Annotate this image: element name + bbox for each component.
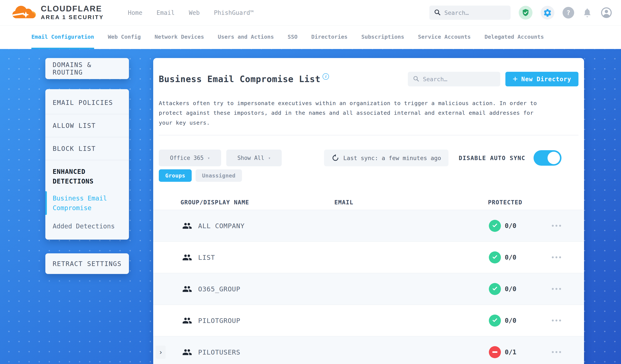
group-icon (182, 252, 192, 262)
sidebar-item-label: Added Detections (53, 222, 115, 230)
view-tabs: Groups Unassigned (153, 169, 584, 182)
column-group-display-name: GROUP/DISPLAY NAME (180, 199, 334, 206)
sidebar-item-enhanced-detections[interactable]: ENHANCED DETECTIONS (45, 160, 129, 187)
group-icon (182, 284, 192, 294)
config-tab-delegated-accounts[interactable]: Delegated Accounts (484, 26, 544, 49)
settings-gear-icon[interactable] (541, 6, 554, 19)
table-row: › PILOTUSERS 0/1 (153, 336, 584, 364)
row-actions-button[interactable] (551, 223, 562, 229)
protected-status-icon (489, 314, 501, 327)
config-nav: Email Configuration Web Config Network D… (0, 25, 621, 49)
table-row: › ALL COMPANY 0/0 (153, 210, 584, 241)
notifications-bell-icon[interactable] (582, 8, 592, 17)
config-tab-service-accounts[interactable]: Service Accounts (418, 26, 471, 49)
config-tab-subscriptions[interactable]: Subscriptions (361, 26, 404, 49)
cloudflare-logo[interactable]: CLOUDFLARE AREA 1 SECURITY (12, 4, 104, 21)
expand-row-button[interactable]: › (156, 346, 166, 359)
sidebar-item-email-policies[interactable]: EMAIL POLICIES (45, 91, 129, 114)
sidebar-item-block-list[interactable]: BLOCK LIST (45, 137, 129, 160)
show-filter-select[interactable]: Show All ▾ (226, 150, 282, 166)
nav-item-phishguard[interactable]: PhishGuard™ (214, 9, 254, 16)
protected-count: 0/0 (505, 254, 516, 261)
logo-subtitle: AREA 1 SECURITY (41, 14, 104, 21)
config-tab-directories[interactable]: Directories (311, 26, 348, 49)
config-tab-network-devices[interactable]: Network Devices (155, 26, 204, 49)
check-icon (492, 285, 498, 293)
cloudflare-cloud-icon (12, 4, 37, 21)
table-body: › ALL COMPANY 0/0 › LIS (153, 210, 584, 364)
nav-item-web[interactable]: Web (189, 9, 200, 16)
row-actions-button[interactable] (551, 317, 562, 324)
table-row: › O365_GROUP 0/0 (153, 273, 584, 304)
toggle-knob (548, 152, 560, 164)
auto-sync-label: DISABLE AUTO SYNC (459, 155, 525, 161)
check-icon (492, 317, 498, 324)
protected-status-icon (489, 283, 501, 295)
sidebar-item-label: Business Email Compromise (53, 194, 107, 212)
table-header: GROUP/DISPLAY NAME EMAIL PROTECTED (153, 195, 584, 210)
tab-unassigned[interactable]: Unassigned (195, 169, 242, 182)
global-search-input[interactable] (444, 9, 506, 16)
auto-sync-toggle[interactable] (534, 150, 561, 166)
last-sync-status[interactable]: Last sync: a few minutes ago (324, 150, 448, 166)
group-name: PILOTUSERS (198, 348, 241, 356)
directory-select[interactable]: Office 365 ▾ (159, 150, 221, 166)
check-icon (492, 222, 498, 229)
new-directory-label: New Directory (521, 76, 571, 83)
protected-count: 0/1 (505, 348, 516, 356)
protected-status-icon (489, 346, 501, 358)
sidebar: DOMAINS & ROUTING EMAIL POLICIES ALLOW L… (45, 58, 129, 274)
top-header: CLOUDFLARE AREA 1 SECURITY Home Email We… (0, 0, 621, 25)
sidebar-item-retract-settings[interactable]: RETRACT SETTINGS (45, 253, 129, 274)
group-icon (182, 316, 192, 326)
help-icon[interactable]: ? (563, 7, 574, 18)
logo-brand: CLOUDFLARE (41, 5, 104, 13)
list-search-input[interactable] (423, 76, 496, 83)
row-actions-button[interactable] (551, 349, 562, 355)
nav-item-home[interactable]: Home (128, 9, 142, 16)
table-row: › LIST 0/0 (153, 241, 584, 273)
sidebar-item-added-detections[interactable]: Added Detections (45, 220, 129, 232)
nav-item-email[interactable]: Email (157, 9, 175, 16)
check-icon (492, 254, 498, 261)
sidebar-item-allow-list[interactable]: ALLOW LIST (45, 114, 129, 137)
group-icon (182, 221, 192, 231)
content-canvas: DOMAINS & ROUTING EMAIL POLICIES ALLOW L… (0, 49, 621, 364)
new-directory-button[interactable]: + New Directory (505, 72, 578, 87)
group-name: LIST (198, 254, 215, 261)
row-actions-button[interactable] (551, 286, 562, 292)
account-user-icon[interactable] (600, 7, 612, 19)
search-icon (434, 9, 441, 17)
sidebar-item-business-email-compromise[interactable]: Business Email Compromise (45, 192, 129, 214)
list-search[interactable] (408, 72, 500, 87)
config-tab-web-config[interactable]: Web Config (108, 26, 141, 49)
sidebar-item-domains-routing[interactable]: DOMAINS & ROUTING (45, 58, 129, 79)
config-tab-sso[interactable]: SSO (288, 26, 298, 49)
group-name: ALL COMPANY (198, 222, 244, 230)
tab-groups[interactable]: Groups (159, 169, 192, 182)
config-tab-email-configuration[interactable]: Email Configuration (31, 26, 94, 49)
section-divider (159, 135, 578, 135)
active-item-bar (45, 191, 47, 215)
show-filter-value: Show All (238, 155, 264, 161)
search-icon (413, 75, 419, 83)
info-icon[interactable]: i (323, 73, 329, 80)
protected-count: 0/0 (505, 285, 516, 293)
security-shield-icon[interactable] (519, 6, 533, 19)
page-description: Attackers often try to impersonate execu… (153, 98, 584, 128)
column-email: EMAIL (334, 199, 488, 206)
config-tab-users-and-actions[interactable]: Users and Actions (218, 26, 274, 49)
sidebar-policies-card: EMAIL POLICIES ALLOW LIST BLOCK LIST ENH… (45, 89, 129, 240)
protected-status-icon (489, 220, 501, 232)
group-name: PILOTGROUP (198, 317, 241, 325)
protected-count: 0/0 (505, 317, 516, 324)
global-search[interactable] (429, 6, 511, 20)
protected-count: 0/0 (505, 222, 516, 229)
row-actions-button[interactable] (551, 254, 562, 260)
protected-status-icon (489, 251, 501, 263)
main-card: Business Email Compromise List i + New D… (153, 58, 584, 364)
minus-icon (492, 351, 498, 353)
table-row: › PILOTGROUP 0/0 (153, 304, 584, 336)
title-row: Business Email Compromise List i + New D… (153, 58, 584, 87)
logo-text: CLOUDFLARE AREA 1 SECURITY (41, 5, 104, 21)
